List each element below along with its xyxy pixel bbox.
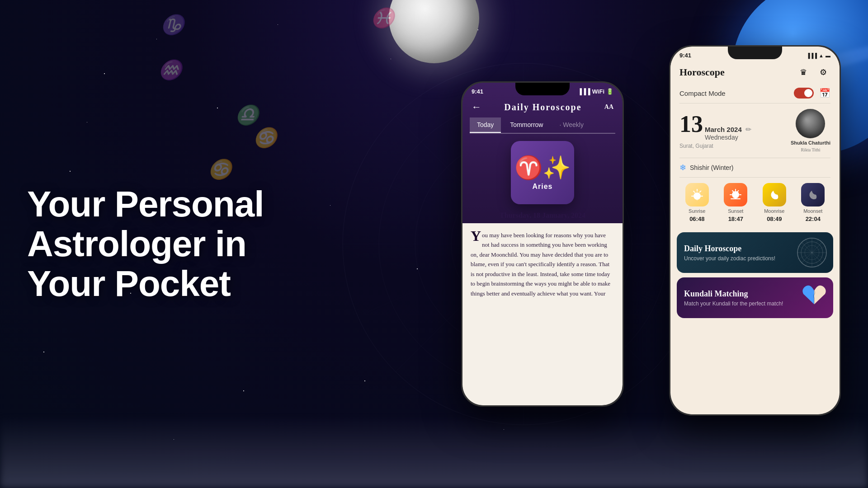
wifi-icon: WiFi xyxy=(592,88,604,95)
tab-weekly[interactable]: · Weekly xyxy=(552,117,590,133)
phone2-notch xyxy=(728,47,782,59)
phone1-header: ← Daily Horoscope AA xyxy=(462,98,623,113)
moonset-item: Moonset 22:04 xyxy=(801,183,825,222)
month-year: March 2024 xyxy=(705,126,742,133)
p2-wifi-icon: ▲ xyxy=(819,53,824,58)
kundali-matching-card[interactable]: Kundali Matching Match your Kundali for … xyxy=(677,277,833,318)
date-details: March 2024 ✏ Wednesday xyxy=(705,125,751,141)
hero-line1: Your Personal xyxy=(27,184,264,224)
svg-rect-18 xyxy=(699,190,702,193)
moonrise-label: Moonrise xyxy=(764,208,784,214)
svg-rect-17 xyxy=(693,191,695,193)
phone1: 9:41 ▐▐▐ WiFi 🔋 ← Daily Horoscope AA Tod… xyxy=(461,81,624,407)
svg-rect-23 xyxy=(732,190,734,192)
aries-symbol: ♈✨ xyxy=(514,155,571,181)
hero-text-block: Your Personal Astrologer in Your Pocket xyxy=(27,184,264,304)
tab-today[interactable]: Today xyxy=(470,117,501,133)
svg-rect-21 xyxy=(730,194,732,195)
svg-rect-24 xyxy=(737,190,739,192)
phone2-time: 9:41 xyxy=(679,52,691,59)
phone2-status-icons: ▐▐▐ ▲ ▬ xyxy=(807,53,830,58)
phone1-content: You may have been looking for reasons wh… xyxy=(462,223,623,305)
phone1-screen: 9:41 ▐▐▐ WiFi 🔋 ← Daily Horoscope AA Tod… xyxy=(462,83,623,405)
drop-cap: Y xyxy=(471,230,481,242)
aries-label: Aries xyxy=(532,183,552,191)
season-row: ❄ Shishir (Winter) xyxy=(670,158,840,177)
date-section: 13 March 2024 ✏ Wednesday Surat, Gujarat xyxy=(670,103,840,158)
horoscope-text: You may have been looking for reasons wh… xyxy=(471,230,614,298)
date-number: 13 xyxy=(679,113,703,136)
compact-mode-controls: 📅 xyxy=(794,88,830,99)
zodiac-symbol-libra: ♎ xyxy=(235,104,259,126)
horoscope-body: ou may have been looking for reasons why… xyxy=(471,232,610,297)
sunset-icon xyxy=(724,183,747,206)
hero-line2: Astrologer in xyxy=(27,224,246,264)
location: Surat, Gujarat xyxy=(679,143,713,149)
svg-rect-22 xyxy=(739,194,741,195)
phone1-title: Daily Horoscope xyxy=(504,102,581,113)
edit-date-icon[interactable]: ✏ xyxy=(745,125,751,134)
phone1-time: 9:41 xyxy=(472,88,483,95)
compact-mode-toggle[interactable] xyxy=(794,88,814,99)
svg-point-19 xyxy=(732,191,739,198)
moonset-label: Moonset xyxy=(803,208,822,214)
phone2-header-icons: ♛ ⚙ xyxy=(796,65,830,80)
weekday: Wednesday xyxy=(705,134,751,141)
sunrise-icon xyxy=(685,183,709,206)
moonset-value: 22:04 xyxy=(806,216,821,222)
signal-icon: ▐▐▐ xyxy=(578,88,590,95)
svg-rect-14 xyxy=(697,198,698,201)
zodiac-symbol-pisces: ♓ xyxy=(371,7,394,29)
sunset-item: Sunset 18:47 xyxy=(724,183,747,222)
svg-rect-13 xyxy=(697,189,698,192)
tab-tomorrow[interactable]: Tommorrow xyxy=(503,117,550,133)
sunrise-label: Sunrise xyxy=(689,208,705,214)
zodiac-symbol-cancer1: ♋ xyxy=(253,127,277,149)
moonset-icon xyxy=(801,183,825,206)
moonrise-value: 08:49 xyxy=(767,216,782,222)
phones-container: 9:41 ▐▐▐ WiFi 🔋 ← Daily Horoscope AA Tod… xyxy=(461,0,868,488)
p2-battery-icon: ▬ xyxy=(826,53,830,58)
zodiac-symbol-capricorn: ♑ xyxy=(160,14,184,36)
moonrise-icon xyxy=(763,183,786,206)
phone2-title: Horoscope xyxy=(679,66,725,78)
hero-line3: Your Pocket xyxy=(27,263,231,304)
back-button[interactable]: ← xyxy=(472,101,481,113)
horoscope-date: Thursday, 18 January, 2024 xyxy=(462,208,623,223)
p2-signal-icon: ▐▐▐ xyxy=(807,53,817,58)
tab-divider xyxy=(470,133,615,134)
snowflake-icon: ❄ xyxy=(679,163,686,173)
tithi-sub: Rikta Tithi xyxy=(801,147,820,152)
sunset-label: Sunset xyxy=(728,208,743,214)
svg-rect-15 xyxy=(691,196,694,197)
phone1-tabs: Today Tommorrow · Weekly xyxy=(462,113,623,133)
calendar-button[interactable]: 📅 xyxy=(819,88,830,99)
font-size-button[interactable]: AA xyxy=(604,103,613,111)
svg-rect-20 xyxy=(735,189,736,191)
crown-icon[interactable]: ♛ xyxy=(796,65,811,80)
phone2-screen: 9:41 ▐▐▐ ▲ ▬ Horoscope ♛ ⚙ Compact Mode xyxy=(670,47,840,414)
tithi-name: Shukla Chaturthi xyxy=(791,140,830,145)
compact-mode-label: Compact Mode xyxy=(679,89,726,97)
sunset-value: 18:47 xyxy=(728,216,743,222)
phone2-header: Horoscope ♛ ⚙ xyxy=(670,61,840,83)
zodiac-symbol-aquarius: ♒ xyxy=(158,59,182,81)
moon-phase-image xyxy=(796,109,825,138)
phone1-status-icons: ▐▐▐ WiFi 🔋 xyxy=(578,88,613,95)
kundali-heart-icon xyxy=(801,283,828,313)
toggle-knob xyxy=(804,89,812,97)
astro-times-row: Sunrise 06:48 Sunset 18:47 Moonrise xyxy=(670,178,840,228)
compact-mode-row: Compact Mode 📅 xyxy=(670,83,840,103)
battery-icon: 🔋 xyxy=(606,88,613,95)
settings-icon[interactable]: ⚙ xyxy=(816,65,830,80)
season-text: Shishir (Winter) xyxy=(690,164,733,171)
phone2: 9:41 ▐▐▐ ▲ ▬ Horoscope ♛ ⚙ Compact Mode xyxy=(669,45,841,416)
moonrise-item: Moonrise 08:49 xyxy=(763,183,786,222)
horoscope-wheel-decoration xyxy=(796,237,828,268)
zodiac-symbol-cancer2: ♋ xyxy=(208,158,231,180)
aries-card: ♈✨ Aries xyxy=(511,141,574,204)
phone1-notch xyxy=(515,83,570,95)
daily-horoscope-card[interactable]: Daily Horoscope Uncover your daily zodia… xyxy=(677,232,833,273)
sunrise-item: Sunrise 06:48 xyxy=(685,183,709,222)
svg-rect-16 xyxy=(700,196,703,197)
